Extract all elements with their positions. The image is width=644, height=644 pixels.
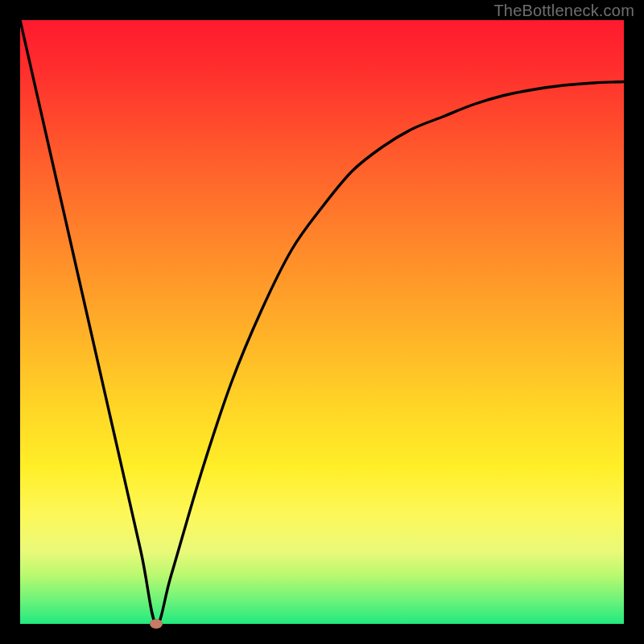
watermark-label: TheBottleneck.com (493, 2, 634, 20)
plot-area (20, 20, 624, 624)
optimum-marker (150, 619, 163, 629)
chart-frame: TheBottleneck.com (0, 0, 644, 644)
bottleneck-curve (20, 20, 624, 624)
curve-svg (20, 20, 624, 624)
